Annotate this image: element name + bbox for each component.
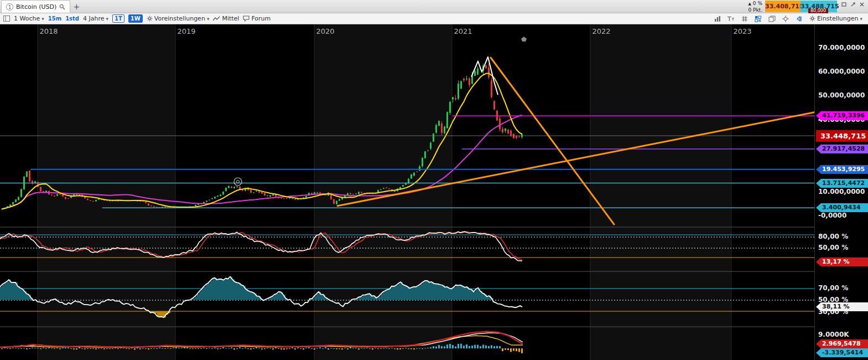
timeframe-1t[interactable]: 1T bbox=[112, 14, 124, 23]
price-axis[interactable]: 70.000,000060.000,000050.000,000040.000,… bbox=[814, 24, 868, 360]
axis-label: 70.000,0000 bbox=[818, 44, 865, 52]
axis-label: 50.000,0000 bbox=[818, 91, 865, 99]
settings-label: Einstellungen bbox=[817, 15, 859, 22]
forum-button[interactable]: Forum bbox=[243, 15, 271, 22]
axis-badge: 19.453,9295 bbox=[816, 165, 868, 174]
range-dropdown[interactable]: 4 Jahre bbox=[83, 15, 108, 22]
ask-badge-wrap: 33.488,715 80,000 bbox=[801, 1, 837, 13]
axis-badge: 38,11 % bbox=[816, 302, 868, 311]
axis-label: 60.000,0000 bbox=[818, 68, 865, 75]
windows-icon[interactable] bbox=[768, 16, 776, 22]
quote-change: ▲ 0 % 0 Pkt. bbox=[748, 0, 765, 13]
close-icon[interactable] bbox=[859, 2, 865, 7]
expand-icon[interactable] bbox=[850, 2, 856, 7]
crosshair-icon[interactable] bbox=[782, 16, 789, 22]
svg-text:2023: 2023 bbox=[733, 27, 751, 35]
axis-badge: 13.715,4472 bbox=[816, 179, 868, 188]
add-tab-button[interactable]: + bbox=[70, 0, 82, 13]
chart-area: 201820192020202120222023 70.000,000060.0… bbox=[0, 24, 868, 360]
bar-chart-icon[interactable] bbox=[714, 16, 721, 22]
period-dropdown[interactable]: 1 Woche bbox=[14, 15, 44, 22]
svg-text:2020: 2020 bbox=[316, 27, 334, 35]
presets-dropdown[interactable]: Voreinstellungen bbox=[147, 15, 210, 22]
search-icon[interactable] bbox=[59, 4, 65, 10]
axis-label: 50,00 % bbox=[818, 296, 848, 304]
restore-window-icon[interactable] bbox=[841, 2, 847, 7]
grid-icon[interactable] bbox=[741, 16, 748, 22]
window-controls bbox=[837, 0, 868, 13]
svg-text:2018: 2018 bbox=[39, 27, 58, 35]
gear-icon bbox=[147, 16, 153, 22]
timeframe-1w[interactable]: 1W bbox=[128, 14, 143, 23]
axis-badge: 3.400,9434 bbox=[816, 203, 868, 212]
settings-button[interactable]: Einstellungen bbox=[809, 15, 862, 22]
forum-label: Forum bbox=[251, 15, 271, 22]
axis-badge: 27.917,4528 bbox=[816, 145, 868, 153]
text-tool-icon[interactable]: T bbox=[727, 16, 735, 22]
chart-toolbar: 1 Woche 15m 1std 4 Jahre 1T 1W Voreinste… bbox=[0, 13, 868, 24]
svg-text:2022: 2022 bbox=[592, 27, 610, 35]
svg-text:T: T bbox=[727, 16, 731, 22]
chevron-down-icon bbox=[207, 15, 210, 22]
chevron-down-icon bbox=[41, 15, 44, 22]
tabbar-spacer bbox=[82, 0, 748, 13]
period-label: 1 Woche bbox=[14, 15, 40, 22]
average-line-icon bbox=[213, 16, 220, 22]
chevron-down-icon bbox=[106, 15, 108, 22]
svg-text:2019: 2019 bbox=[177, 27, 195, 35]
axis-badge: 2.969,5478 bbox=[816, 340, 868, 348]
range-label: 4 Jahre bbox=[83, 15, 105, 22]
axis-label: 50,00 % bbox=[818, 244, 848, 251]
panel-layout-icon[interactable] bbox=[3, 16, 10, 22]
gear-icon bbox=[809, 16, 815, 22]
tab-label: Bitcoin (USD) bbox=[16, 3, 56, 11]
chart-canvas[interactable]: 201820192020202120222023 bbox=[0, 24, 814, 360]
speech-bubble-icon bbox=[243, 16, 250, 22]
timeframe-15m[interactable]: 15m bbox=[48, 16, 61, 22]
axis-badge: -3.339,5414 bbox=[816, 348, 868, 357]
back-icon[interactable] bbox=[796, 16, 803, 22]
bid-badge[interactable]: 33.408,715 bbox=[765, 1, 801, 12]
tab-bitcoin-usd[interactable]: 1 Bitcoin (USD) bbox=[1, 0, 70, 13]
axis-badge: 13,17 % bbox=[816, 258, 868, 266]
chevron-down-icon bbox=[860, 15, 862, 22]
up-triangle-icon: ▲ bbox=[749, 2, 751, 6]
svg-text:2021: 2021 bbox=[454, 27, 472, 35]
axis-label: 9.0000K bbox=[818, 331, 849, 338]
axis-label: -0,0000 bbox=[818, 212, 846, 219]
toolbar-right-icons: T Einstellungen bbox=[714, 15, 865, 22]
axis-label: 10.000,0000 bbox=[818, 188, 865, 196]
presets-label: Voreinstellungen bbox=[154, 15, 205, 22]
axis-label: 70,00 % bbox=[818, 284, 848, 292]
change-percent: 0 % bbox=[753, 1, 762, 6]
change-points: 0 Pkt. bbox=[748, 7, 762, 13]
axis-badge: 33.448,715 bbox=[816, 130, 868, 142]
axis-label: 80,00 % bbox=[818, 233, 848, 240]
mittel-label: Mittel bbox=[222, 15, 239, 22]
panel-number-icon: 1 bbox=[6, 3, 13, 11]
mittel-button[interactable]: Mittel bbox=[213, 15, 239, 22]
tab-bar: 1 Bitcoin (USD) + ▲ 0 % 0 Pkt. 33.408,71… bbox=[0, 0, 868, 13]
timeframe-1std[interactable]: 1std bbox=[65, 16, 79, 22]
axis-badge: 41.719,3396 bbox=[816, 111, 868, 120]
indicator-icon[interactable] bbox=[755, 16, 762, 22]
